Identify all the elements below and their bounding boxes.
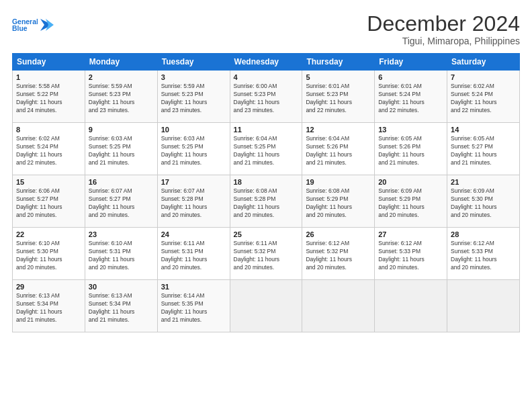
day-number: 17 xyxy=(161,178,226,186)
calendar-cell: 23Sunrise: 6:10 AM Sunset: 5:31 PM Dayli… xyxy=(85,228,157,280)
calendar-week-3: 15Sunrise: 6:06 AM Sunset: 5:27 PM Dayli… xyxy=(13,175,520,228)
calendar-cell: 12Sunrise: 6:04 AM Sunset: 5:26 PM Dayli… xyxy=(302,123,375,175)
day-number: 22 xyxy=(16,230,81,238)
day-info: Sunrise: 6:11 AM Sunset: 5:32 PM Dayligh… xyxy=(234,240,299,272)
header: General Blue December 2024 Tigui, Mimaro… xyxy=(12,12,520,46)
calendar-week-2: 8Sunrise: 6:02 AM Sunset: 5:24 PM Daylig… xyxy=(13,123,520,175)
day-info: Sunrise: 6:08 AM Sunset: 5:29 PM Dayligh… xyxy=(306,187,371,220)
day-info: Sunrise: 6:02 AM Sunset: 5:24 PM Dayligh… xyxy=(16,135,81,167)
calendar-cell: 18Sunrise: 6:08 AM Sunset: 5:28 PM Dayli… xyxy=(230,175,302,228)
day-info: Sunrise: 6:04 AM Sunset: 5:25 PM Dayligh… xyxy=(234,135,299,167)
calendar-week-5: 29Sunrise: 6:13 AM Sunset: 5:34 PM Dayli… xyxy=(13,280,520,332)
col-header-wednesday: Wednesday xyxy=(230,54,302,71)
logo-svg: General Blue xyxy=(12,12,38,38)
day-info: Sunrise: 6:04 AM Sunset: 5:26 PM Dayligh… xyxy=(306,135,371,167)
day-info: Sunrise: 6:03 AM Sunset: 5:25 PM Dayligh… xyxy=(89,135,154,167)
day-info: Sunrise: 6:13 AM Sunset: 5:34 PM Dayligh… xyxy=(89,292,154,324)
calendar-cell: 9Sunrise: 6:03 AM Sunset: 5:25 PM Daylig… xyxy=(85,123,157,175)
col-header-friday: Friday xyxy=(375,54,447,71)
day-number: 27 xyxy=(378,230,443,238)
location: Tigui, Mimaropa, Philippines xyxy=(367,36,520,46)
logo-arrow-icon xyxy=(39,17,54,32)
day-number: 6 xyxy=(378,73,443,81)
svg-text:Blue: Blue xyxy=(12,25,28,32)
day-number: 19 xyxy=(306,178,371,186)
day-info: Sunrise: 6:14 AM Sunset: 5:35 PM Dayligh… xyxy=(161,292,226,324)
col-header-monday: Monday xyxy=(85,54,157,71)
day-number: 9 xyxy=(89,126,154,134)
day-number: 12 xyxy=(306,126,371,134)
page: General Blue December 2024 Tigui, Mimaro… xyxy=(0,0,532,411)
day-number: 11 xyxy=(234,126,299,134)
col-header-tuesday: Tuesday xyxy=(157,54,230,71)
calendar-cell: 24Sunrise: 6:11 AM Sunset: 5:31 PM Dayli… xyxy=(157,228,230,280)
day-number: 29 xyxy=(16,283,81,291)
day-number: 31 xyxy=(161,283,226,291)
day-number: 24 xyxy=(161,230,226,238)
day-info: Sunrise: 6:12 AM Sunset: 5:32 PM Dayligh… xyxy=(306,240,371,272)
day-info: Sunrise: 6:02 AM Sunset: 5:24 PM Dayligh… xyxy=(451,83,516,115)
day-info: Sunrise: 6:07 AM Sunset: 5:28 PM Dayligh… xyxy=(161,187,226,220)
calendar-cell: 21Sunrise: 6:09 AM Sunset: 5:30 PM Dayli… xyxy=(447,175,520,228)
day-info: Sunrise: 6:09 AM Sunset: 5:30 PM Dayligh… xyxy=(451,187,516,220)
day-info: Sunrise: 6:10 AM Sunset: 5:31 PM Dayligh… xyxy=(89,240,154,272)
calendar-cell: 5Sunrise: 6:01 AM Sunset: 5:23 PM Daylig… xyxy=(302,71,375,123)
day-info: Sunrise: 6:11 AM Sunset: 5:31 PM Dayligh… xyxy=(161,240,226,272)
day-number: 14 xyxy=(451,126,516,134)
calendar-cell xyxy=(302,280,375,332)
day-number: 3 xyxy=(161,73,226,81)
calendar-cell: 11Sunrise: 6:04 AM Sunset: 5:25 PM Dayli… xyxy=(230,123,302,175)
day-info: Sunrise: 6:13 AM Sunset: 5:34 PM Dayligh… xyxy=(16,292,81,324)
calendar-cell: 15Sunrise: 6:06 AM Sunset: 5:27 PM Dayli… xyxy=(13,175,85,228)
month-title: December 2024 xyxy=(367,12,520,36)
day-number: 21 xyxy=(451,178,516,186)
calendar-header-row: SundayMondayTuesdayWednesdayThursdayFrid… xyxy=(13,54,520,71)
calendar-cell: 27Sunrise: 6:12 AM Sunset: 5:33 PM Dayli… xyxy=(375,228,447,280)
calendar-cell: 10Sunrise: 6:03 AM Sunset: 5:25 PM Dayli… xyxy=(157,123,230,175)
day-info: Sunrise: 6:01 AM Sunset: 5:24 PM Dayligh… xyxy=(378,83,443,115)
col-header-thursday: Thursday xyxy=(302,54,375,71)
day-number: 15 xyxy=(16,178,81,186)
calendar-cell: 13Sunrise: 6:05 AM Sunset: 5:26 PM Dayli… xyxy=(375,123,447,175)
calendar-cell: 16Sunrise: 6:07 AM Sunset: 5:27 PM Dayli… xyxy=(85,175,157,228)
calendar-week-4: 22Sunrise: 6:10 AM Sunset: 5:30 PM Dayli… xyxy=(13,228,520,280)
calendar-cell: 28Sunrise: 6:12 AM Sunset: 5:33 PM Dayli… xyxy=(447,228,520,280)
day-number: 20 xyxy=(378,178,443,186)
day-number: 28 xyxy=(451,230,516,238)
calendar-cell: 26Sunrise: 6:12 AM Sunset: 5:32 PM Dayli… xyxy=(302,228,375,280)
calendar-week-1: 1Sunrise: 5:58 AM Sunset: 5:22 PM Daylig… xyxy=(13,71,520,123)
calendar-cell: 19Sunrise: 6:08 AM Sunset: 5:29 PM Dayli… xyxy=(302,175,375,228)
day-info: Sunrise: 6:01 AM Sunset: 5:23 PM Dayligh… xyxy=(306,83,371,115)
logo: General Blue xyxy=(12,12,54,38)
calendar-cell: 25Sunrise: 6:11 AM Sunset: 5:32 PM Dayli… xyxy=(230,228,302,280)
calendar-cell: 3Sunrise: 5:59 AM Sunset: 5:23 PM Daylig… xyxy=(157,71,230,123)
calendar-cell: 7Sunrise: 6:02 AM Sunset: 5:24 PM Daylig… xyxy=(447,71,520,123)
day-info: Sunrise: 6:00 AM Sunset: 5:23 PM Dayligh… xyxy=(234,83,299,115)
col-header-sunday: Sunday xyxy=(13,54,85,71)
day-number: 13 xyxy=(378,126,443,134)
day-number: 2 xyxy=(89,73,154,81)
day-info: Sunrise: 6:03 AM Sunset: 5:25 PM Dayligh… xyxy=(161,135,226,167)
calendar-cell: 22Sunrise: 6:10 AM Sunset: 5:30 PM Dayli… xyxy=(13,228,85,280)
day-number: 25 xyxy=(234,230,299,238)
day-number: 7 xyxy=(451,73,516,81)
calendar-cell: 2Sunrise: 5:59 AM Sunset: 5:23 PM Daylig… xyxy=(85,71,157,123)
day-number: 26 xyxy=(306,230,371,238)
calendar-cell: 30Sunrise: 6:13 AM Sunset: 5:34 PM Dayli… xyxy=(85,280,157,332)
day-info: Sunrise: 6:10 AM Sunset: 5:30 PM Dayligh… xyxy=(16,240,81,272)
day-number: 1 xyxy=(16,73,81,81)
day-info: Sunrise: 6:07 AM Sunset: 5:27 PM Dayligh… xyxy=(89,187,154,220)
day-info: Sunrise: 5:59 AM Sunset: 5:23 PM Dayligh… xyxy=(161,83,226,115)
calendar-cell: 4Sunrise: 6:00 AM Sunset: 5:23 PM Daylig… xyxy=(230,71,302,123)
calendar-cell: 29Sunrise: 6:13 AM Sunset: 5:34 PM Dayli… xyxy=(13,280,85,332)
day-info: Sunrise: 6:12 AM Sunset: 5:33 PM Dayligh… xyxy=(451,240,516,272)
day-info: Sunrise: 6:12 AM Sunset: 5:33 PM Dayligh… xyxy=(378,240,443,272)
day-number: 30 xyxy=(89,283,154,291)
calendar-cell xyxy=(375,280,447,332)
day-number: 8 xyxy=(16,126,81,134)
calendar-cell: 8Sunrise: 6:02 AM Sunset: 5:24 PM Daylig… xyxy=(13,123,85,175)
day-number: 16 xyxy=(89,178,154,186)
day-number: 23 xyxy=(89,230,154,238)
calendar-cell: 6Sunrise: 6:01 AM Sunset: 5:24 PM Daylig… xyxy=(375,71,447,123)
calendar-cell: 14Sunrise: 6:05 AM Sunset: 5:27 PM Dayli… xyxy=(447,123,520,175)
